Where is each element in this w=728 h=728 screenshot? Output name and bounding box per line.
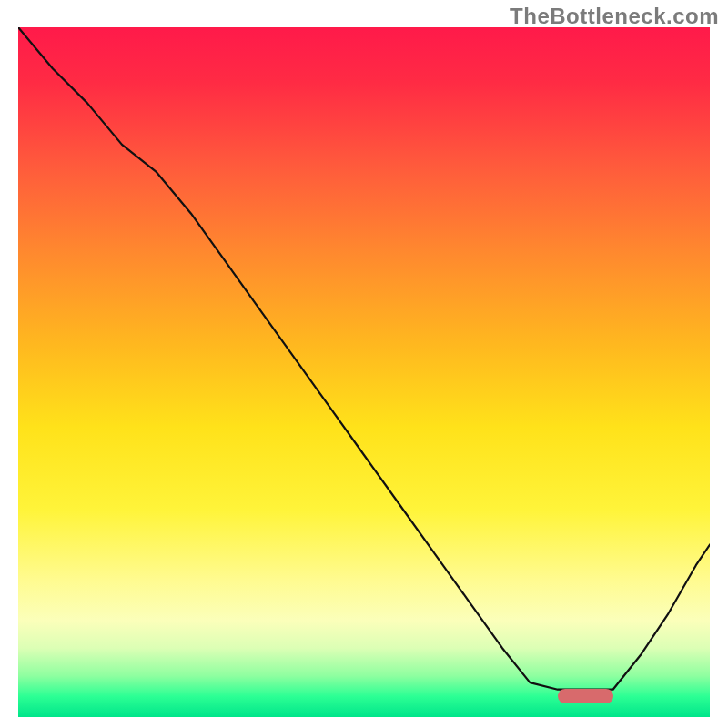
plot-area: [18, 27, 710, 717]
curve-svg: [18, 27, 710, 717]
watermark-text: TheBottleneck.com: [510, 4, 719, 29]
optimal-range-marker: [558, 689, 613, 703]
chart-container: TheBottleneck.com: [0, 0, 728, 728]
bottleneck-curve: [18, 27, 710, 690]
